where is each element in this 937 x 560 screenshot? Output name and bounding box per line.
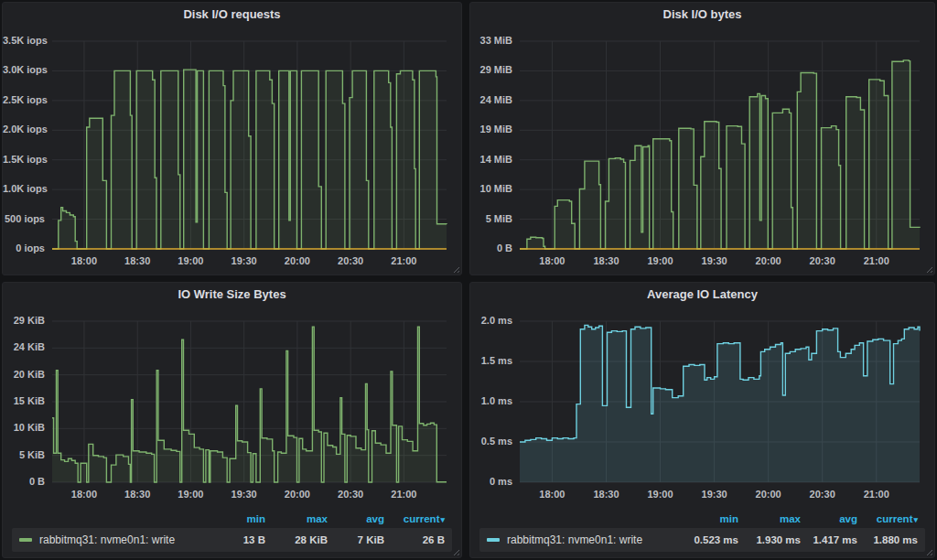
x-axis-tick-label: 19:30 (221, 255, 267, 266)
x-axis-tick-label: 20:30 (800, 489, 845, 500)
legend-sort-max[interactable]: max (265, 513, 328, 524)
y-axis-tick-label: 14 MiB (470, 154, 512, 165)
chart-canvas[interactable] (470, 27, 934, 275)
series-name[interactable]: rabbitmq31: nvme0n1: write (507, 533, 673, 546)
x-axis-tick-label: 20:00 (275, 489, 320, 500)
legend-sort-min[interactable]: min (673, 513, 738, 524)
x-axis-tick-label: 18:00 (61, 489, 107, 500)
legend-row: rabbitmq31: nvme0n1: write 13 B 28 KiB 7… (12, 528, 452, 552)
disk-io-requests-plot[interactable]: 0 iops500 iops1.0K iops1.5K iops2.0K iop… (3, 27, 461, 275)
legend-current-value: 1.880 ms (857, 534, 918, 545)
x-axis-tick-label: 19:00 (638, 489, 684, 500)
x-axis-tick-label: 20:30 (328, 489, 373, 500)
x-axis-tick-label: 19:30 (221, 489, 267, 500)
sort-caret-icon: ▾ (440, 515, 445, 524)
x-axis-tick-label: 18:30 (583, 255, 629, 266)
panel-disk-io-bytes: Disk I/O bytes 0 B5 MiB10 MiB14 MiB19 Mi… (469, 2, 935, 275)
y-axis-tick-label: 10 MiB (470, 183, 512, 194)
legend-row: rabbitmq31: nvme0n1: write 0.523 ms 1.93… (479, 528, 925, 552)
y-axis-tick-label: 500 iops (3, 213, 45, 224)
y-axis-tick-label: 0.5 ms (470, 436, 512, 447)
y-axis-tick-label: 5 MiB (470, 213, 512, 224)
legend-min-value: 13 B (199, 534, 265, 545)
x-axis-tick-label: 19:00 (167, 255, 213, 266)
disk-io-bytes-plot[interactable]: 0 B5 MiB10 MiB14 MiB19 MiB24 MiB29 MiB33… (470, 27, 934, 275)
panel-title-io-write-size-bytes[interactable]: IO Write Size Bytes (3, 283, 461, 307)
x-axis-tick-label: 20:30 (800, 255, 845, 266)
legend-sort-avg[interactable]: avg (328, 513, 384, 524)
x-axis-tick-label: 20:30 (328, 255, 373, 266)
panel-io-write-size-bytes: IO Write Size Bytes 0 B5 KiB10 KiB15 KiB… (2, 282, 462, 558)
legend-sort-avg[interactable]: avg (801, 513, 857, 524)
y-axis-tick-label: 0 B (470, 242, 512, 253)
legend-avg-value: 1.417 ms (801, 534, 857, 545)
y-axis-tick-label: 5 KiB (3, 449, 45, 460)
series-write-fill (52, 327, 447, 482)
panel-resize-handle[interactable] (924, 547, 932, 555)
x-axis-tick-label: 18:00 (529, 489, 575, 500)
x-axis-tick-label: 20:00 (746, 489, 792, 500)
chart-canvas[interactable] (470, 307, 934, 508)
average-io-latency-plot[interactable]: 0 ms0.5 ms1.0 ms1.5 ms2.0 ms18:0018:3019… (470, 307, 934, 508)
y-axis-tick-label: 33 MiB (470, 35, 512, 46)
x-axis-tick-label: 20:00 (275, 255, 320, 266)
legend: min max avg current▾ rabbitmq31: nvme0n1… (12, 510, 452, 554)
x-axis-tick-label: 21:00 (854, 255, 899, 266)
y-axis-tick-label: 0 B (3, 476, 45, 487)
x-axis-tick-label: 21:00 (381, 489, 426, 500)
x-axis-tick-label: 18:30 (114, 489, 160, 500)
x-axis-tick-label: 18:00 (529, 255, 575, 266)
panel-average-io-latency: Average IO Latency 0 ms0.5 ms1.0 ms1.5 m… (469, 282, 935, 558)
x-axis-tick-label: 18:30 (114, 255, 160, 266)
x-axis-tick-label: 19:30 (692, 489, 738, 500)
y-axis-tick-label: 24 MiB (470, 94, 512, 105)
legend-max-value: 28 KiB (265, 534, 328, 545)
legend-headers: min max avg current▾ (12, 510, 452, 528)
x-axis-tick-label: 19:30 (692, 255, 738, 266)
panel-title-average-io-latency[interactable]: Average IO Latency (470, 283, 934, 307)
y-axis-tick-label: 1.0K iops (3, 183, 45, 194)
x-axis-tick-label: 21:00 (854, 489, 899, 500)
panel-title-disk-io-requests[interactable]: Disk I/O requests (3, 3, 461, 27)
legend-headers: min max avg current▾ (479, 510, 925, 528)
legend-avg-value: 7 KiB (328, 534, 384, 545)
legend: min max avg current▾ rabbitmq31: nvme0n1… (479, 510, 925, 554)
series-color-swatch[interactable] (19, 538, 32, 542)
y-axis-tick-label: 24 KiB (3, 341, 45, 352)
panel-resize-handle[interactable] (451, 547, 459, 555)
series-name[interactable]: rabbitmq31: nvme0n1: write (39, 533, 199, 546)
sort-caret-icon: ▾ (913, 515, 918, 524)
y-axis-tick-label: 15 KiB (3, 395, 45, 406)
y-axis-tick-label: 0 ms (470, 476, 512, 487)
legend-min-value: 0.523 ms (673, 534, 738, 545)
series-color-swatch[interactable] (487, 538, 500, 542)
legend-current-value: 26 B (384, 534, 445, 545)
y-axis-tick-label: 1.5 ms (470, 355, 512, 366)
y-axis-tick-label: 1.0 ms (470, 395, 512, 406)
x-axis-tick-label: 18:00 (61, 255, 107, 266)
legend-sort-min[interactable]: min (199, 513, 265, 524)
y-axis-tick-label: 20 KiB (3, 369, 45, 380)
x-axis-tick-label: 19:00 (167, 489, 213, 500)
panel-disk-io-requests: Disk I/O requests 0 iops500 iops1.0K iop… (2, 2, 462, 275)
y-axis-tick-label: 29 MiB (470, 64, 512, 75)
legend-sort-current[interactable]: current▾ (384, 513, 445, 524)
grafana-dashboard: Disk I/O requests 0 iops500 iops1.0K iop… (0, 0, 937, 560)
chart-canvas[interactable] (3, 307, 461, 508)
panel-title-disk-io-bytes[interactable]: Disk I/O bytes (470, 3, 934, 27)
legend-sort-current[interactable]: current▾ (857, 513, 918, 524)
y-axis-tick-label: 2.0K iops (3, 124, 45, 135)
io-write-size-plot[interactable]: 0 B5 KiB10 KiB15 KiB20 KiB24 KiB29 KiB18… (3, 307, 461, 508)
y-axis-tick-label: 1.5K iops (3, 154, 45, 165)
legend-sort-current-label: current (877, 513, 913, 524)
x-axis-tick-label: 20:00 (746, 255, 792, 266)
y-axis-tick-label: 2.0 ms (470, 315, 512, 326)
y-axis-tick-label: 10 KiB (3, 422, 45, 433)
y-axis-tick-label: 19 MiB (470, 124, 512, 135)
chart-canvas[interactable] (3, 27, 461, 275)
legend-sort-max[interactable]: max (738, 513, 801, 524)
legend-sort-current-label: current (404, 513, 440, 524)
legend-max-value: 1.930 ms (738, 534, 801, 545)
x-axis-tick-label: 21:00 (381, 255, 426, 266)
x-axis-tick-label: 19:00 (638, 255, 684, 266)
